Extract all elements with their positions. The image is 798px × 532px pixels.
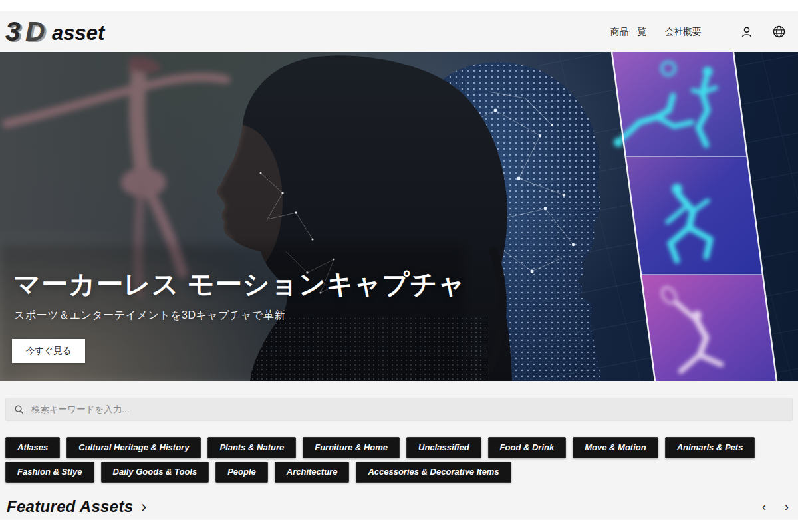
search-bar[interactable] xyxy=(5,398,793,421)
category-chip-accessories-decorative[interactable]: Accessories & Decorative Items xyxy=(356,462,511,483)
category-chip-animals-pets[interactable]: Animarls & Pets xyxy=(665,437,755,458)
category-chip-move-motion[interactable]: Move & Motion xyxy=(573,437,658,458)
hero-artwork xyxy=(0,52,798,381)
hero-cta-button[interactable]: 今すぐ見る xyxy=(12,339,85,363)
category-chip-furniture-home[interactable]: Furniture & Home xyxy=(303,437,400,458)
category-chip-architecture[interactable]: Architecture xyxy=(275,462,350,483)
svg-text:D: D xyxy=(25,17,45,47)
category-chip-food-drink[interactable]: Food & Drink xyxy=(488,437,567,458)
header-icons xyxy=(739,25,786,39)
featured-forward-icon[interactable]: › xyxy=(141,499,146,515)
category-chip-daily-goods-tools[interactable]: Daily Goods & Tools xyxy=(101,462,209,483)
nav-products[interactable]: 商品一覧 xyxy=(610,26,646,38)
carousel-controls: ‹ › xyxy=(762,501,789,513)
header-nav: 商品一覧 会社概要 xyxy=(610,26,701,38)
brand-logo[interactable]: 3 3 D D asset xyxy=(5,17,104,47)
category-chip-list: Atlases Cultural Heritage & History Plan… xyxy=(5,437,793,483)
featured-assets-title: Featured Assets xyxy=(7,497,133,516)
language-globe-icon[interactable] xyxy=(771,25,786,39)
featured-assets-header: Featured Assets › ‹ › xyxy=(7,496,789,517)
category-chip-plants-nature[interactable]: Plants & Nature xyxy=(207,437,296,458)
3d-logo-icon: 3 3 D D xyxy=(5,17,51,47)
carousel-next-icon[interactable]: › xyxy=(785,501,789,513)
site-header: 3 3 D D asset 商品一覧 会社概要 xyxy=(0,11,798,52)
brand-name: asset xyxy=(52,20,104,47)
category-chip-cultural-heritage[interactable]: Cultural Heritage & History xyxy=(66,437,201,458)
category-chip-people[interactable]: People xyxy=(215,462,268,483)
nav-company[interactable]: 会社概要 xyxy=(665,26,701,38)
category-chip-atlases[interactable]: Atlases xyxy=(5,437,60,458)
hero-banner: マーカーレス モーションキャプチャ スポーツ＆エンターテイメントを3Dキャプチャ… xyxy=(0,52,798,381)
search-icon xyxy=(14,404,24,414)
carousel-prev-icon[interactable]: ‹ xyxy=(762,501,766,513)
search-input[interactable] xyxy=(30,404,784,415)
svg-text:3: 3 xyxy=(5,17,21,47)
hero-title: マーカーレス モーションキャプチャ xyxy=(13,266,466,303)
content-section: Atlases Cultural Heritage & History Plan… xyxy=(0,381,798,520)
category-chip-unclassified[interactable]: Unclassified xyxy=(406,437,481,458)
hero-subtitle: スポーツ＆エンターテイメントを3Dキャプチャで革新 xyxy=(14,309,285,323)
account-icon[interactable] xyxy=(739,25,754,39)
category-chip-fashion-style[interactable]: Fashion & Stlye xyxy=(5,462,94,483)
